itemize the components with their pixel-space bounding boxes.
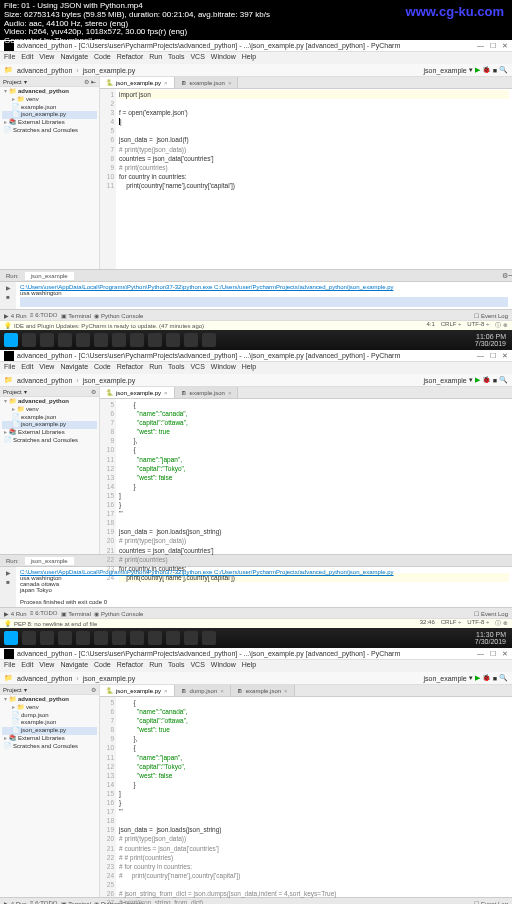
gear-icon[interactable]: ⚙ <box>84 78 89 85</box>
start-button[interactable] <box>4 631 18 645</box>
bc-file[interactable]: json_example.py <box>83 675 136 682</box>
chevron-down-icon[interactable]: ▾ <box>24 388 27 395</box>
tree-venv[interactable]: ▸📁venv <box>2 704 97 712</box>
editor-tab-py[interactable]: 🐍json_example.py× <box>100 77 175 88</box>
menubar[interactable]: File Edit View Navigate Code Refactor Ru… <box>0 362 512 374</box>
bc-file[interactable]: json_example.py <box>83 67 136 74</box>
bc-project[interactable]: advanced_python <box>17 67 72 74</box>
menu-window[interactable]: Window <box>211 661 236 671</box>
menu-view[interactable]: View <box>39 53 54 63</box>
taskbar[interactable]: 11:30 PM7/30/2019 <box>0 628 512 648</box>
app-icon[interactable] <box>112 631 126 645</box>
app-icon[interactable] <box>94 333 108 347</box>
menu-navigate[interactable]: Navigate <box>60 53 88 63</box>
run-button[interactable]: ▶ <box>475 376 480 384</box>
menu-run[interactable]: Run <box>149 53 162 63</box>
run-panel[interactable]: Run:json_example⚙− ▶■ C:\Users\user\AppD… <box>0 269 512 309</box>
menu-edit[interactable]: Edit <box>21 363 33 373</box>
tree-scratches[interactable]: 📄Scratches and Consoles <box>2 437 97 445</box>
browser-icon[interactable] <box>58 631 72 645</box>
line-sep[interactable]: CRLF ÷ <box>441 321 462 330</box>
close-button[interactable]: ✕ <box>502 650 508 658</box>
status-terminal[interactable]: ▣ Terminal <box>61 900 91 905</box>
menu-vcs[interactable]: VCS <box>190 53 204 63</box>
status-todo[interactable]: ≡ 6:TODO <box>30 312 57 318</box>
run-tab[interactable]: json_example <box>25 557 74 565</box>
menu-refactor[interactable]: Refactor <box>117 661 143 671</box>
stop-button[interactable]: ■ <box>493 67 497 74</box>
search-icon[interactable] <box>22 333 36 347</box>
bc-project[interactable]: advanced_python <box>17 675 72 682</box>
close-button[interactable]: ✕ <box>502 352 508 360</box>
clock[interactable]: 11:30 PM7/30/2019 <box>471 631 510 645</box>
tree-ext-libs[interactable]: ▸📚External Libraries <box>2 735 97 743</box>
close-icon[interactable]: × <box>164 80 168 86</box>
editor-tab-json[interactable]: 🗎example.json× <box>231 685 295 696</box>
maximize-button[interactable]: ☐ <box>490 352 496 360</box>
menu-view[interactable]: View <box>39 363 54 373</box>
app-icon[interactable] <box>166 631 180 645</box>
app-icon[interactable] <box>148 333 162 347</box>
run-config-select[interactable]: json_example <box>424 377 467 384</box>
status-run[interactable]: ▶ 4 Run <box>4 312 27 319</box>
app-icon[interactable] <box>184 333 198 347</box>
search-icon[interactable] <box>22 631 36 645</box>
run-config-select[interactable]: json_example <box>424 675 467 682</box>
encoding[interactable]: UTF-8 ÷ <box>467 321 489 330</box>
menu-help[interactable]: Help <box>242 53 256 63</box>
tree-ext-libs[interactable]: ▸📚External Libraries <box>2 429 97 437</box>
menu-file[interactable]: File <box>4 53 15 63</box>
chevron-down-icon[interactable]: ▾ <box>469 674 473 682</box>
tree-file-py[interactable]: 📄json_example.py <box>2 421 97 429</box>
pycharm-icon[interactable] <box>202 333 216 347</box>
stop-icon[interactable]: ■ <box>2 294 14 304</box>
tree-file-py[interactable]: 📄json_example.py <box>2 111 97 119</box>
run-tab[interactable]: json_example <box>25 272 74 280</box>
close-icon[interactable]: × <box>284 688 288 694</box>
run-config-select[interactable]: json_example <box>424 67 467 74</box>
app-icon[interactable] <box>148 631 162 645</box>
menu-tools[interactable]: Tools <box>168 661 184 671</box>
search-icon[interactable]: 🔍 <box>499 66 508 74</box>
search-icon[interactable]: 🔍 <box>499 674 508 682</box>
editor[interactable]: 🐍json_example.py× 🗎example.json× 1234567… <box>100 77 512 269</box>
start-button[interactable] <box>4 333 18 347</box>
minimize-button[interactable]: — <box>477 650 484 658</box>
menu-code[interactable]: Code <box>94 661 111 671</box>
menu-tools[interactable]: Tools <box>168 363 184 373</box>
menu-window[interactable]: Window <box>211 53 236 63</box>
status-run[interactable]: ▶ 4 Run <box>4 610 27 617</box>
explorer-icon[interactable] <box>76 631 90 645</box>
tree-scratches[interactable]: 📄Scratches and Consoles <box>2 127 97 135</box>
taskbar[interactable]: 11:06 PM7/30/2019 <box>0 330 512 350</box>
menu-window[interactable]: Window <box>211 363 236 373</box>
debug-button[interactable]: 🐞 <box>482 376 491 384</box>
tree-ext-libs[interactable]: ▸📚External Libraries <box>2 119 97 127</box>
bc-file[interactable]: json_example.py <box>83 377 136 384</box>
task-view-icon[interactable] <box>40 631 54 645</box>
close-icon[interactable]: × <box>228 80 232 86</box>
menubar[interactable]: File Edit View Navigate Code Refactor Ru… <box>0 660 512 672</box>
menu-run[interactable]: Run <box>149 661 162 671</box>
tree-root[interactable]: ▾📁advanced_python <box>2 696 97 704</box>
app-icon[interactable] <box>130 631 144 645</box>
editor-tab-py[interactable]: 🐍json_example.py× <box>100 685 175 696</box>
stop-button[interactable]: ■ <box>493 377 497 384</box>
menu-edit[interactable]: Edit <box>21 661 33 671</box>
menu-view[interactable]: View <box>39 661 54 671</box>
minimize-button[interactable]: — <box>477 352 484 360</box>
chevron-down-icon[interactable]: ▾ <box>469 376 473 384</box>
run-button[interactable]: ▶ <box>475 674 480 682</box>
explorer-icon[interactable] <box>76 333 90 347</box>
task-view-icon[interactable] <box>40 333 54 347</box>
status-terminal[interactable]: ▣ Terminal <box>61 312 91 319</box>
run-button[interactable]: ▶ <box>475 66 480 74</box>
project-sidebar[interactable]: Project▾⚙ ▾📁advanced_python ▸📁venv 📄dump… <box>0 685 100 897</box>
code-editor[interactable]: { "name":"canada", "capital":"ottawa", "… <box>116 697 512 897</box>
menu-navigate[interactable]: Navigate <box>60 363 88 373</box>
close-icon[interactable]: × <box>164 688 168 694</box>
rerun-icon[interactable]: ▶ <box>2 284 14 294</box>
titlebar[interactable]: advanced_python - [C:\Users\user\Pycharm… <box>0 350 512 362</box>
debug-button[interactable]: 🐞 <box>482 66 491 74</box>
menu-file[interactable]: File <box>4 363 15 373</box>
